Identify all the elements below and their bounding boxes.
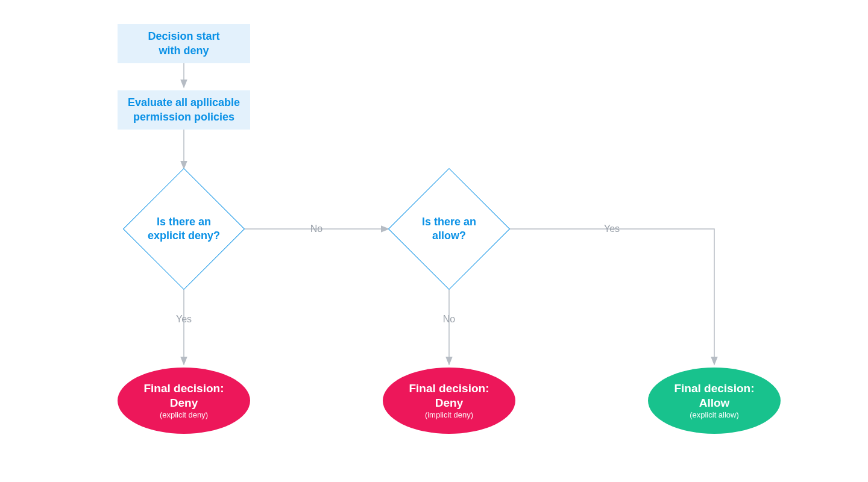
allow-line2: allow?: [432, 230, 466, 242]
final-implicit-deny-sub: (implicit deny): [425, 410, 473, 420]
final-implicit-deny-title1: Final decision:: [409, 382, 489, 395]
final-explicit-deny-title1: Final decision:: [143, 382, 224, 395]
start-line1: Decision start: [148, 30, 219, 42]
final-explicit-deny-sub: (explicit deny): [160, 410, 208, 420]
explicit-deny-line2: explicit deny?: [148, 230, 220, 242]
final-implicit-deny-title2: Deny: [435, 396, 463, 409]
final-allow: Final decision: Allow (explicit allow): [648, 368, 781, 434]
edge-label-yes-explicit-deny: Yes: [176, 314, 192, 325]
start-line2: with deny: [159, 45, 209, 57]
evaluate-line1: Evaluate all apllicable: [128, 96, 240, 108]
explicit-deny-line1: Is there an: [157, 216, 211, 228]
final-implicit-deny: Final decision: Deny (implicit deny): [383, 368, 515, 434]
edge-label-no-implicit-deny: No: [443, 314, 455, 325]
final-allow-title2: Allow: [699, 396, 730, 409]
edge-label-yes-allow: Yes: [604, 224, 620, 234]
start-node: Decision start with deny: [118, 24, 250, 63]
evaluate-node: Evaluate all apllicable permission polic…: [118, 90, 250, 130]
allow-decision: Is there an allow?: [389, 169, 509, 289]
final-explicit-deny: Final decision: Deny (explicit deny): [118, 368, 250, 434]
evaluate-line2: permission policies: [133, 111, 234, 123]
final-allow-sub: (explicit allow): [690, 410, 739, 420]
final-explicit-deny-title2: Deny: [170, 396, 198, 409]
edge-label-no-to-allow: No: [310, 224, 322, 234]
explicit-deny-decision: Is there an explicit deny?: [124, 169, 244, 289]
final-allow-title1: Final decision:: [674, 382, 754, 395]
allow-line1: Is there an: [422, 216, 476, 228]
